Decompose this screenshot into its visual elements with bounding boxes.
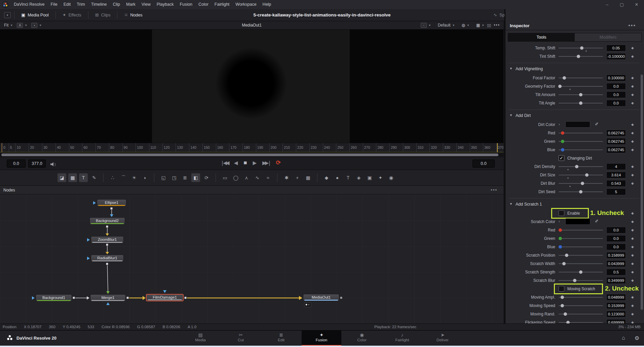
scratch-blur-value-field[interactable]: 0.349999: [606, 277, 626, 284]
close-button[interactable]: ✕: [629, 2, 644, 7]
slider-knob[interactable]: [558, 85, 562, 88]
keyframe-diamond-icon[interactable]: ◆: [631, 123, 634, 126]
geometry-factor-slider[interactable]: [559, 86, 603, 87]
enable-checkbox[interactable]: [559, 210, 564, 216]
slider-knob[interactable]: [561, 131, 564, 135]
page-edit[interactable]: ≣Edit: [261, 331, 301, 346]
moving-scratch-checkbox[interactable]: [559, 286, 564, 292]
keyframe-diamond-icon[interactable]: ◆: [631, 304, 634, 307]
scratch-color-swatch[interactable]: [565, 218, 590, 225]
text-3d-tool-icon[interactable]: T: [344, 173, 352, 182]
gain-gamma-dropdown[interactable]: ◍▼: [462, 23, 469, 28]
skip-to-end-button[interactable]: ▶▶❘: [262, 160, 270, 166]
settings-gear-icon[interactable]: ⚙: [635, 335, 639, 341]
keyframe-diamond-icon[interactable]: ◆: [631, 165, 634, 168]
minimize-button[interactable]: –: [600, 2, 614, 7]
menu-help[interactable]: Help: [260, 0, 274, 9]
changing-dirt-checkbox[interactable]: ✓: [559, 155, 564, 161]
image-plane-3d-tool-icon[interactable]: ◆: [322, 173, 331, 182]
ellipse-mask-tool-icon[interactable]: ◯: [231, 173, 240, 182]
slider-knob[interactable]: [573, 279, 576, 282]
slider-knob[interactable]: [565, 254, 568, 257]
tilt-angle-slider[interactable]: [559, 103, 603, 103]
slider-knob[interactable]: [563, 76, 566, 80]
particle-emitter-tool-icon[interactable]: ✱: [282, 173, 291, 182]
merge-tool-icon[interactable]: ◳: [170, 173, 179, 182]
node-radialblur1[interactable]: RadialBlur1: [91, 255, 124, 262]
moving-rand-value-field[interactable]: 0.123000: [606, 311, 626, 317]
rectangle-mask-tool-icon[interactable]: ▭: [221, 173, 229, 182]
bspline-mask-tool-icon[interactable]: ∿: [253, 173, 262, 182]
home-icon[interactable]: ⌂: [622, 335, 625, 341]
red-slider[interactable]: [559, 133, 603, 133]
keyframe-diamond-icon[interactable]: ◆: [631, 148, 634, 151]
skip-to-start-button[interactable]: ❘◀◀: [220, 160, 228, 166]
moving-ampl-slider[interactable]: [559, 297, 603, 298]
section-add-vignetting[interactable]: ▼Add Vignetting: [505, 65, 643, 74]
page-media[interactable]: ▤Media: [181, 331, 220, 346]
dirt-density-slider[interactable]: [559, 166, 603, 167]
node-graph[interactable]: Ellipse1Background2ZoomBlur1RadialBlur1B…: [0, 194, 503, 323]
slider-knob[interactable]: [561, 148, 564, 151]
maximize-button[interactable]: ▢: [614, 2, 629, 7]
expander-icon[interactable]: ›: [559, 122, 560, 127]
flickering-speed-slider[interactable]: [559, 322, 603, 323]
slider-knob[interactable]: [562, 262, 566, 265]
slider-knob[interactable]: [559, 245, 562, 249]
wand-mask-tool-icon[interactable]: ≈: [264, 173, 272, 182]
dirt-density-value-field[interactable]: 4: [606, 163, 626, 170]
menu-fusion[interactable]: Fusion: [177, 0, 195, 9]
roi-dropdown[interactable]: ▪▼: [31, 23, 42, 28]
light-3d-tool-icon[interactable]: ✦: [376, 173, 385, 182]
menu-view[interactable]: View: [139, 0, 154, 9]
media-pool-button[interactable]: ▣Media Pool: [18, 13, 52, 17]
geometry-factor-value-field[interactable]: 0.0: [606, 83, 626, 90]
slider-knob[interactable]: [579, 101, 582, 105]
focal-factor-slider[interactable]: [559, 78, 603, 78]
menu-davinci-resolve[interactable]: DaVinci Resolve: [11, 0, 47, 9]
slider-knob[interactable]: [580, 46, 583, 50]
inspector-menu[interactable]: •••: [628, 23, 636, 29]
expander-icon[interactable]: ›: [559, 219, 560, 224]
particle-render-tool-icon[interactable]: ▦: [304, 173, 312, 182]
keyframe-diamond-icon[interactable]: ◆: [631, 236, 634, 240]
guides-dropdown[interactable]: ▫▼: [421, 23, 431, 28]
dirt-size-slider[interactable]: [559, 175, 603, 175]
menu-clip[interactable]: Clip: [110, 0, 123, 9]
keyframe-diamond-icon[interactable]: ◆: [631, 93, 634, 96]
node-mediaout1[interactable]: MediaOut1: [303, 294, 339, 301]
menu-edit[interactable]: Edit: [61, 0, 74, 9]
keyframe-diamond-icon[interactable]: ◆: [631, 131, 634, 135]
polygon-mask-tool-icon[interactable]: ⋏: [242, 173, 251, 182]
text-plus-tool-icon[interactable]: T: [79, 173, 88, 182]
dirt-blur-value-field[interactable]: 0.543: [606, 180, 626, 187]
red-value-field[interactable]: 0.062745: [606, 130, 626, 136]
range-end-field[interactable]: 377.0: [28, 160, 46, 168]
keyframe-diamond-icon[interactable]: ◆: [631, 76, 634, 80]
range-start-field[interactable]: 0.0: [7, 160, 26, 168]
node-merge1[interactable]: Merge1: [90, 294, 126, 302]
node-zoomblur1[interactable]: ZoomBlur1: [91, 236, 124, 244]
menu-fairlight[interactable]: Fairlight: [212, 0, 232, 9]
blur-tool-icon[interactable]: ◗: [141, 173, 149, 182]
keyframe-diamond-icon[interactable]: ◆: [631, 295, 634, 299]
eyedropper-icon[interactable]: ✐: [595, 219, 599, 224]
camera-3d-tool-icon[interactable]: ▣: [365, 173, 374, 182]
menu-playback[interactable]: Playback: [154, 0, 177, 9]
slider-knob[interactable]: [559, 237, 562, 240]
color-curves-tool-icon[interactable]: ⌒: [119, 173, 128, 182]
dirt-seed-value-field[interactable]: 5: [606, 188, 626, 195]
moving-speed-value-field[interactable]: 0.153999: [606, 302, 626, 309]
clips-button[interactable]: ⊞Clips: [92, 13, 114, 17]
zoom-fit-dropdown[interactable]: Fit▼: [4, 23, 13, 28]
color-corrector-tool-icon[interactable]: ☀: [130, 173, 139, 182]
keyframe-diamond-icon[interactable]: ◆: [631, 54, 634, 58]
overlay-a-dropdown[interactable]: A▼: [17, 23, 27, 28]
slider-knob[interactable]: [585, 173, 589, 177]
audio-mute-icon[interactable]: ): [50, 162, 55, 168]
inspector-scrollbar[interactable]: [641, 75, 643, 310]
scratch-blur-slider[interactable]: [559, 280, 603, 281]
stop-button[interactable]: ■: [243, 160, 247, 166]
play-button[interactable]: ▶: [253, 160, 257, 166]
section-add-dirt[interactable]: ▼Add Dirt: [505, 112, 643, 121]
